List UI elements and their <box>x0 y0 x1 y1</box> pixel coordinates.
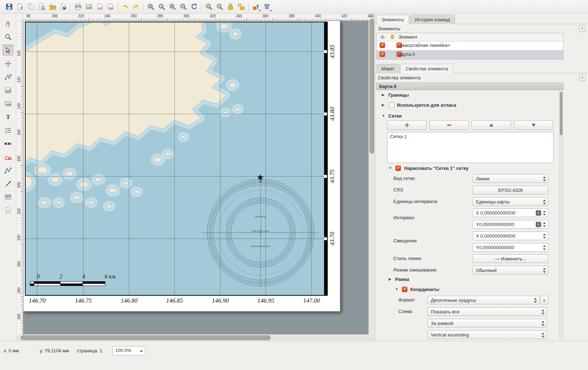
zoom-button[interactable] <box>3 31 13 42</box>
ruler-horizontal[interactable]: 80 200 220 240 260 280 300 320 340 360 3… <box>23 14 369 21</box>
export-image-button[interactable] <box>83 1 94 12</box>
grid-down-button[interactable] <box>514 120 553 130</box>
crs-button[interactable]: EPSG:4326 <box>473 186 548 194</box>
add-arrow-icon <box>4 180 12 188</box>
add-label-icon: T <box>4 113 12 121</box>
canvas-hscrollbar[interactable] <box>16 334 369 341</box>
tab-item-properties[interactable]: Свойства элемента <box>401 64 453 73</box>
add-grid-button[interactable] <box>387 120 426 130</box>
close-items-panel-icon[interactable] <box>579 26 585 32</box>
layout-viewport[interactable]: MAGNETIC VAR 4°15'W (1985) ANNUAL DECREA… <box>23 20 369 335</box>
left-display-select[interactable]: Показать все <box>428 307 547 316</box>
add-scalebar-button[interactable] <box>3 138 13 149</box>
remove-grid-button[interactable] <box>429 120 469 130</box>
zoom-combobox[interactable]: 100.0% <box>112 346 145 355</box>
edit-nodes-item-button[interactable] <box>3 71 13 82</box>
left-position-select[interactable]: За рамкой <box>428 319 547 327</box>
spinner-arrows-icon[interactable] <box>543 233 547 239</box>
add-attribute-table-button[interactable] <box>3 191 13 202</box>
blend-mode-select[interactable]: Обычный <box>473 266 548 274</box>
new-layout-button[interactable] <box>14 1 25 12</box>
draw-grid-checkbox[interactable] <box>395 166 401 171</box>
grid-list-item[interactable]: Сетка 1 <box>388 132 553 141</box>
north-star-icon: ★ <box>256 172 264 182</box>
raise-items-button[interactable] <box>251 1 261 12</box>
interval-y-input[interactable]: Y0,050000000000 <box>473 220 548 229</box>
tab-layout[interactable]: Макет <box>376 64 400 73</box>
redo-icon <box>132 3 140 10</box>
move-item-content-button[interactable] <box>3 58 13 69</box>
hscrollbar-thumb[interactable] <box>21 335 271 340</box>
clear-value-icon[interactable] <box>536 222 541 227</box>
props-vscrollbar[interactable] <box>559 91 563 339</box>
spinner-arrows-icon[interactable] <box>543 245 547 251</box>
print-button[interactable] <box>72 1 83 12</box>
scrollbar-corner <box>369 335 375 341</box>
items-list[interactable]: Элемент <масштабная линейка> Карта 0 <box>376 33 563 60</box>
zoom-out-button[interactable] <box>178 1 189 12</box>
zoom-actual-button[interactable]: 1:1 <box>156 1 167 12</box>
export-svg-button[interactable]: SVG <box>94 1 105 12</box>
open-folder-button[interactable] <box>47 1 58 12</box>
map-item[interactable]: MAGNETIC VAR 4°15'W (1985) ANNUAL DECREA… <box>25 22 328 296</box>
layout-manager-button[interactable] <box>36 1 47 12</box>
lock-items-button[interactable] <box>225 1 236 12</box>
add-shape-button[interactable] <box>3 151 13 162</box>
refresh-icon <box>190 3 198 10</box>
add-label-button[interactable]: T <box>3 111 13 122</box>
item-visible-checkbox[interactable] <box>380 52 385 57</box>
spinner-arrows-icon[interactable] <box>543 210 547 216</box>
atlas-checkbox[interactable] <box>389 102 394 108</box>
item-row-scalebar[interactable]: <масштабная линейка> <box>377 41 563 50</box>
clear-value-icon[interactable] <box>536 210 541 216</box>
close-props-panel-icon[interactable] <box>579 75 585 81</box>
zoom-in-button[interactable] <box>167 1 178 12</box>
zoom-next-button[interactable] <box>214 1 225 12</box>
item-visible-checkbox[interactable] <box>380 43 385 48</box>
format-select[interactable]: Десятичные градусы <box>428 296 539 304</box>
vscrollbar-thumb[interactable] <box>370 19 374 154</box>
grid-up-button[interactable] <box>472 120 511 130</box>
qgis-print-layout-window: SVGPDF1:1 T</> 80 200 220 240 260 280 30… <box>0 0 588 370</box>
line-style-button[interactable]: — Изменить... <box>473 254 548 263</box>
add-html-button[interactable]: </> <box>3 205 13 216</box>
offset-x-input[interactable]: X 0,000000000000 <box>473 232 548 240</box>
grid-type-select[interactable]: Линии <box>473 174 548 183</box>
pan-button[interactable] <box>3 18 13 29</box>
add-image-button[interactable] <box>3 98 13 109</box>
coordinates-checkbox[interactable] <box>402 287 407 292</box>
export-pdf-button[interactable]: PDF <box>105 1 116 12</box>
interval-units-select[interactable]: Единицы карты <box>473 197 548 206</box>
expression-button[interactable]: ε <box>540 296 548 304</box>
grid-y-label: 43.80 <box>329 103 335 125</box>
undo-button[interactable] <box>120 1 131 12</box>
duplicate-layout-button[interactable] <box>25 1 36 12</box>
redo-button[interactable] <box>131 1 141 12</box>
left-direction-select[interactable]: Vertical ascending <box>428 330 547 339</box>
spinner-arrows-icon[interactable] <box>543 222 547 228</box>
add-legend-button[interactable] <box>3 125 13 136</box>
canvas-vscrollbar[interactable] <box>368 14 375 335</box>
add-nodes-shape-button[interactable] <box>3 165 13 176</box>
grids-list[interactable]: Сетка 1 <box>387 132 554 163</box>
item-row-map[interactable]: Карта 0 <box>377 50 563 59</box>
tab-history[interactable]: История команд <box>410 15 455 24</box>
unlock-items-button[interactable] <box>236 1 247 12</box>
add-map-button[interactable] <box>3 85 13 96</box>
offset-y-input[interactable]: Y0,000000000000 <box>473 243 548 252</box>
zoom-previous-button[interactable] <box>203 1 214 12</box>
props-scrollbar-thumb[interactable] <box>560 92 562 135</box>
save-button[interactable] <box>4 1 14 12</box>
combo-arrows-icon <box>541 332 545 338</box>
interval-x-input[interactable]: X 0,050000000000 <box>473 208 548 217</box>
layout-page[interactable]: MAGNETIC VAR 4°15'W (1985) ANNUAL DECREA… <box>23 21 340 312</box>
zoom-out-icon <box>180 3 187 10</box>
tab-items[interactable]: Элементы <box>376 15 409 24</box>
ruler-vertical[interactable]: 100 120 140 160 180 200 220 240 260 280 … <box>16 20 23 335</box>
refresh-button[interactable] <box>189 1 199 12</box>
add-arrow-button[interactable] <box>3 178 13 189</box>
zoom-full-button[interactable] <box>145 1 156 12</box>
save-template-button[interactable] <box>58 1 68 12</box>
select-move-item-button[interactable] <box>3 45 13 56</box>
align-items-button[interactable] <box>261 1 272 12</box>
